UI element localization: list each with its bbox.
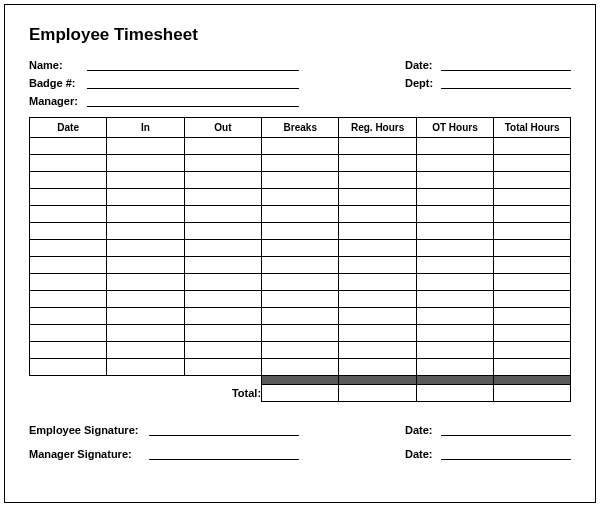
table-cell[interactable] xyxy=(339,274,416,291)
table-cell[interactable] xyxy=(416,189,493,206)
table-cell[interactable] xyxy=(494,291,571,308)
table-cell[interactable] xyxy=(30,240,107,257)
table-cell[interactable] xyxy=(107,206,184,223)
table-cell[interactable] xyxy=(107,138,184,155)
table-cell[interactable] xyxy=(339,223,416,240)
table-cell[interactable] xyxy=(30,257,107,274)
table-cell[interactable] xyxy=(339,172,416,189)
input-name[interactable] xyxy=(87,59,299,71)
table-cell[interactable] xyxy=(339,342,416,359)
table-cell[interactable] xyxy=(262,206,339,223)
total-ot-hours[interactable] xyxy=(416,385,493,402)
table-cell[interactable] xyxy=(184,155,261,172)
table-cell[interactable] xyxy=(416,291,493,308)
table-cell[interactable] xyxy=(494,359,571,376)
input-manager-signature[interactable] xyxy=(149,448,299,460)
table-cell[interactable] xyxy=(184,291,261,308)
table-cell[interactable] xyxy=(339,257,416,274)
table-cell[interactable] xyxy=(30,138,107,155)
table-cell[interactable] xyxy=(30,325,107,342)
table-cell[interactable] xyxy=(184,138,261,155)
table-cell[interactable] xyxy=(494,325,571,342)
table-cell[interactable] xyxy=(416,223,493,240)
input-employee-signature[interactable] xyxy=(149,424,299,436)
table-cell[interactable] xyxy=(494,274,571,291)
table-cell[interactable] xyxy=(184,189,261,206)
table-cell[interactable] xyxy=(107,240,184,257)
total-breaks[interactable] xyxy=(262,385,339,402)
table-cell[interactable] xyxy=(339,138,416,155)
table-cell[interactable] xyxy=(184,240,261,257)
table-cell[interactable] xyxy=(262,189,339,206)
table-cell[interactable] xyxy=(494,206,571,223)
table-cell[interactable] xyxy=(184,308,261,325)
table-cell[interactable] xyxy=(262,342,339,359)
table-cell[interactable] xyxy=(416,155,493,172)
table-cell[interactable] xyxy=(184,206,261,223)
table-cell[interactable] xyxy=(262,291,339,308)
table-cell[interactable] xyxy=(30,223,107,240)
table-cell[interactable] xyxy=(339,189,416,206)
table-cell[interactable] xyxy=(416,308,493,325)
table-cell[interactable] xyxy=(494,172,571,189)
input-emp-sig-date[interactable] xyxy=(441,424,571,436)
table-cell[interactable] xyxy=(30,206,107,223)
table-cell[interactable] xyxy=(184,325,261,342)
table-cell[interactable] xyxy=(416,257,493,274)
table-cell[interactable] xyxy=(107,342,184,359)
table-cell[interactable] xyxy=(30,308,107,325)
table-cell[interactable] xyxy=(339,291,416,308)
input-mgr-sig-date[interactable] xyxy=(441,448,571,460)
table-cell[interactable] xyxy=(107,189,184,206)
table-cell[interactable] xyxy=(30,342,107,359)
table-cell[interactable] xyxy=(184,274,261,291)
table-cell[interactable] xyxy=(262,223,339,240)
table-cell[interactable] xyxy=(107,257,184,274)
table-cell[interactable] xyxy=(416,274,493,291)
table-cell[interactable] xyxy=(184,172,261,189)
table-cell[interactable] xyxy=(262,138,339,155)
table-cell[interactable] xyxy=(494,138,571,155)
table-cell[interactable] xyxy=(184,359,261,376)
table-cell[interactable] xyxy=(184,257,261,274)
input-dept[interactable] xyxy=(441,77,571,89)
input-date[interactable] xyxy=(441,59,571,71)
table-cell[interactable] xyxy=(107,172,184,189)
input-badge[interactable] xyxy=(87,77,299,89)
table-cell[interactable] xyxy=(30,172,107,189)
table-cell[interactable] xyxy=(339,155,416,172)
table-cell[interactable] xyxy=(107,359,184,376)
total-total-hours[interactable] xyxy=(494,385,571,402)
table-cell[interactable] xyxy=(262,308,339,325)
table-cell[interactable] xyxy=(339,206,416,223)
table-cell[interactable] xyxy=(262,274,339,291)
table-cell[interactable] xyxy=(494,223,571,240)
table-cell[interactable] xyxy=(107,223,184,240)
table-cell[interactable] xyxy=(107,325,184,342)
table-cell[interactable] xyxy=(107,274,184,291)
table-cell[interactable] xyxy=(416,206,493,223)
table-cell[interactable] xyxy=(262,172,339,189)
table-cell[interactable] xyxy=(339,325,416,342)
table-cell[interactable] xyxy=(30,189,107,206)
table-cell[interactable] xyxy=(184,342,261,359)
table-cell[interactable] xyxy=(262,257,339,274)
table-cell[interactable] xyxy=(339,308,416,325)
table-cell[interactable] xyxy=(184,223,261,240)
table-cell[interactable] xyxy=(30,155,107,172)
table-cell[interactable] xyxy=(416,359,493,376)
table-cell[interactable] xyxy=(262,359,339,376)
input-manager[interactable] xyxy=(87,95,299,107)
table-cell[interactable] xyxy=(30,274,107,291)
table-cell[interactable] xyxy=(262,155,339,172)
table-cell[interactable] xyxy=(416,172,493,189)
table-cell[interactable] xyxy=(494,240,571,257)
table-cell[interactable] xyxy=(494,155,571,172)
table-cell[interactable] xyxy=(416,240,493,257)
table-cell[interactable] xyxy=(262,240,339,257)
table-cell[interactable] xyxy=(107,308,184,325)
table-cell[interactable] xyxy=(339,240,416,257)
table-cell[interactable] xyxy=(30,291,107,308)
table-cell[interactable] xyxy=(107,155,184,172)
total-reg-hours[interactable] xyxy=(339,385,416,402)
